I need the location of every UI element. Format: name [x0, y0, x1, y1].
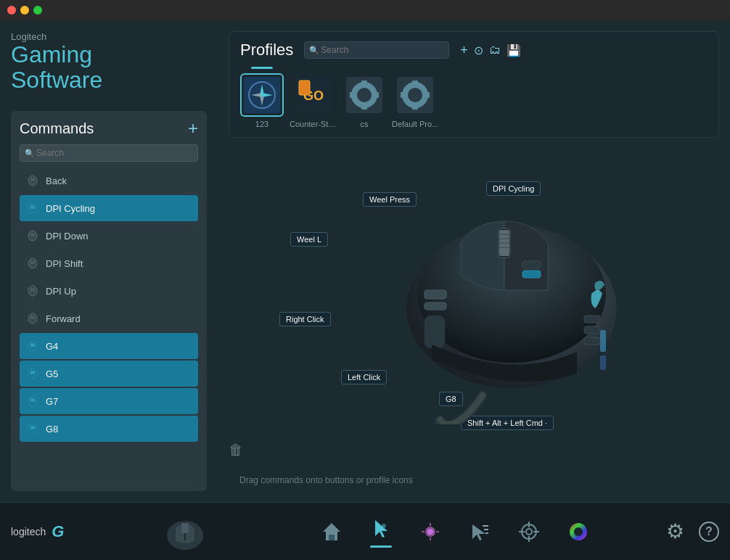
- logo-text: logitech: [11, 526, 46, 538]
- svg-point-49: [410, 90, 420, 100]
- command-item-dpi-cycling[interactable]: DPI Cycling: [20, 195, 198, 221]
- command-label: DPI Down: [46, 231, 89, 242]
- right-panel: Profiles 🔍 + ⊙ 🗂 💾 123 GO: [218, 20, 730, 502]
- close-button[interactable]: [7, 6, 16, 15]
- bottom-nav: [243, 515, 666, 548]
- commands-header: Commands +: [20, 120, 198, 137]
- drag-hint-text: Drag commands onto buttons or profile ic…: [239, 475, 413, 485]
- mouse-illustration: [265, 149, 664, 424]
- command-mouse-icon: [25, 199, 40, 217]
- svg-rect-71: [584, 337, 600, 345]
- svg-rect-54: [448, 86, 484, 122]
- profile-add-button[interactable]: +: [460, 43, 468, 58]
- command-label: Forward: [46, 313, 81, 324]
- mouse-thumbnail: [160, 510, 210, 553]
- command-label: G5: [46, 368, 58, 379]
- profile-save-button[interactable]: 💾: [507, 44, 521, 57]
- svg-rect-2: [30, 178, 35, 181]
- profile-icon-wrapper: GO: [292, 73, 335, 117]
- command-mouse-icon: [25, 255, 40, 272]
- nav-item-lighting[interactable]: [417, 518, 444, 545]
- minimize-button[interactable]: [20, 6, 29, 15]
- command-item-g4[interactable]: G4: [20, 333, 198, 359]
- svg-point-90: [526, 529, 532, 535]
- profiles-search-icon: 🔍: [309, 46, 319, 55]
- command-item-g7[interactable]: G7: [20, 388, 198, 414]
- command-item-dpi-down[interactable]: DPI Down: [20, 223, 198, 249]
- profile-item-0[interactable]: 123: [240, 67, 284, 128]
- svg-point-81: [427, 529, 433, 535]
- maximize-button[interactable]: [33, 6, 42, 15]
- profile-label: Default Pro...: [392, 120, 438, 128]
- cursor-icon: [367, 515, 395, 543]
- profile-item-4[interactable]: [444, 82, 488, 128]
- nav-item-home[interactable]: [318, 518, 345, 545]
- svg-rect-64: [425, 290, 446, 299]
- profile-recent-button[interactable]: ⊙: [474, 44, 483, 57]
- profiles-section: Profiles 🔍 + ⊙ 🗂 💾 123 GO: [229, 31, 719, 138]
- help-icon[interactable]: ?: [699, 522, 719, 542]
- brand-gaming-software: GamingSoftware: [11, 42, 207, 93]
- bottom-settings: ⚙ ?: [666, 519, 719, 543]
- svg-rect-43: [361, 81, 367, 86]
- svg-rect-55: [497, 86, 533, 122]
- svg-rect-45: [350, 92, 356, 98]
- commands-add-button[interactable]: +: [188, 120, 198, 137]
- profiles-search-input[interactable]: [304, 41, 449, 59]
- command-label: Back: [46, 176, 67, 186]
- svg-rect-65: [425, 302, 446, 310]
- command-item-back[interactable]: Back: [20, 168, 198, 194]
- profiles-toolbar: + ⊙ 🗂 💾: [460, 43, 521, 58]
- profile-item-3[interactable]: Default Pro...: [392, 73, 438, 128]
- profile-label: Counter-Str...: [290, 120, 337, 128]
- profile-icon-wrapper: [343, 73, 386, 117]
- svg-point-96: [574, 527, 583, 536]
- delete-button[interactable]: 🗑: [229, 442, 243, 458]
- profile-label: 123: [255, 120, 268, 128]
- command-item-dpi-up[interactable]: DPI Up: [20, 278, 198, 304]
- svg-rect-11: [30, 260, 35, 264]
- command-label: G8: [46, 424, 58, 435]
- command-mouse-icon: [25, 282, 40, 300]
- lighting-icon: [417, 518, 444, 545]
- dpi-icon: [466, 518, 493, 545]
- svg-rect-53: [424, 92, 430, 98]
- commands-search-container: 🔍: [20, 144, 198, 162]
- command-mouse-icon: [25, 172, 40, 189]
- mouse-canvas: Weel Press DPI Cycling Weel L Weel R G7 …: [229, 149, 719, 469]
- sidebar: Logitech GamingSoftware Commands + 🔍 Bac…: [0, 20, 218, 502]
- profile-item-5[interactable]: [493, 82, 537, 128]
- profiles-search-container: 🔍: [304, 41, 449, 59]
- svg-rect-23: [30, 371, 35, 374]
- settings-icon[interactable]: ⚙: [666, 519, 684, 543]
- nav-item-spectrum[interactable]: [565, 518, 592, 545]
- profile-item-1[interactable]: GO Counter-Str...: [290, 73, 337, 128]
- svg-rect-72: [522, 261, 541, 268]
- command-mouse-icon: [25, 337, 40, 355]
- nav-item-aim[interactable]: [515, 518, 543, 545]
- svg-rect-68: [600, 355, 606, 370]
- commands-search-input[interactable]: [20, 144, 198, 162]
- svg-point-79: [382, 524, 386, 528]
- svg-rect-14: [30, 288, 35, 292]
- profiles-icons-row: 123 GO Counter-Str... cs Default Pro...: [240, 67, 708, 128]
- command-item-g8[interactable]: G8: [20, 416, 198, 442]
- command-item-forward[interactable]: Forward: [20, 305, 198, 332]
- svg-rect-38: [299, 81, 310, 95]
- commands-panel: Commands + 🔍 Back DPI Cycling DPI Down D…: [11, 111, 207, 491]
- logitech-logo: logitech G: [11, 522, 127, 541]
- svg-rect-17: [30, 316, 35, 319]
- profile-folder-button[interactable]: 🗂: [489, 44, 501, 57]
- command-label: G7: [46, 396, 58, 407]
- brand: Logitech GamingSoftware: [11, 31, 207, 93]
- svg-rect-76: [181, 523, 189, 533]
- command-item-g5[interactable]: G5: [20, 361, 198, 387]
- spectrum-icon: [565, 518, 592, 545]
- profile-item-2[interactable]: cs: [343, 73, 386, 128]
- svg-rect-8: [30, 233, 35, 236]
- svg-rect-44: [361, 104, 367, 110]
- nav-item-dpi[interactable]: [466, 518, 493, 545]
- command-item-dpi-shift[interactable]: DPI Shift: [20, 250, 198, 276]
- nav-item-cursor[interactable]: [367, 515, 395, 548]
- commands-list: Back DPI Cycling DPI Down DPI Shift DPI …: [20, 168, 198, 482]
